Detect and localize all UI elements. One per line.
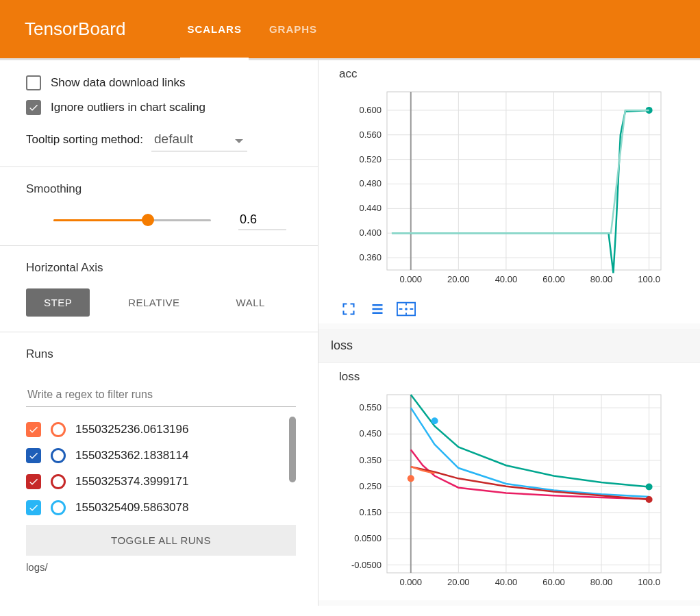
svg-text:100.0: 100.0 — [638, 577, 660, 587]
svg-text:0.360: 0.360 — [359, 252, 382, 262]
svg-text:0.250: 0.250 — [359, 481, 382, 491]
svg-text:0.400: 0.400 — [359, 227, 382, 238]
tooltip-sort-select[interactable]: default — [151, 127, 247, 151]
svg-text:0.000: 0.000 — [400, 577, 423, 587]
run-name: 1550325374.3999171 — [75, 475, 188, 489]
svg-text:80.00: 80.00 — [590, 274, 613, 284]
tab-graphs[interactable]: GRAPHS — [269, 0, 317, 58]
svg-text:40.00: 40.00 — [495, 274, 518, 284]
run-name: 1550325362.1838114 — [75, 449, 188, 463]
run-row: 1550325236.0613196 — [26, 417, 296, 443]
run-row: 1550325362.1838114 — [26, 443, 296, 469]
app-header: TensorBoard SCALARS GRAPHS — [0, 0, 700, 60]
run-checkbox[interactable] — [26, 474, 41, 489]
svg-text:0.440: 0.440 — [359, 203, 382, 213]
run-color-circle[interactable] — [51, 448, 66, 463]
smoothing-label: Smoothing — [26, 182, 292, 196]
app-title: TensorBoard — [25, 19, 125, 40]
run-color-circle[interactable] — [51, 422, 66, 437]
svg-text:0.560: 0.560 — [359, 130, 382, 140]
run-checkbox[interactable] — [26, 448, 41, 463]
svg-rect-0 — [387, 92, 661, 270]
horizontal-axis-label: Horizontal Axis — [26, 261, 292, 275]
fit-icon[interactable] — [397, 301, 416, 317]
content: acc 0.3600.4000.4400.4800.5200.5600.6000… — [318, 60, 700, 606]
run-color-circle[interactable] — [51, 500, 66, 515]
svg-point-62 — [408, 475, 414, 482]
toggle-all-runs-button[interactable]: TOGGLE ALL RUNS — [26, 525, 296, 556]
svg-text:0.0500: 0.0500 — [354, 533, 382, 543]
chart-loss[interactable]: -0.05000.05000.1500.2500.3500.4500.5500.… — [339, 388, 668, 593]
section-loss-header[interactable]: loss — [318, 329, 700, 363]
run-row: 1550325374.3999171 — [26, 469, 296, 495]
svg-text:60.00: 60.00 — [542, 577, 565, 587]
svg-text:80.00: 80.00 — [590, 577, 613, 587]
run-name: 1550325409.5863078 — [75, 501, 188, 515]
svg-point-61 — [646, 496, 653, 503]
svg-text:40.00: 40.00 — [495, 577, 518, 587]
logs-path: logs/ — [26, 561, 296, 573]
svg-text:0.450: 0.450 — [359, 428, 382, 439]
svg-text:20.00: 20.00 — [447, 577, 470, 587]
ignore-outliers-label: Ignore outliers in chart scaling — [51, 101, 205, 114]
fullscreen-icon[interactable] — [339, 301, 358, 317]
haxis-relative[interactable]: RELATIVE — [110, 288, 197, 317]
download-links-checkbox[interactable] — [26, 75, 41, 90]
svg-point-30 — [405, 308, 408, 310]
svg-text:0.150: 0.150 — [359, 507, 382, 517]
smoothing-input[interactable] — [238, 210, 286, 230]
haxis-wall[interactable]: WALL — [218, 288, 283, 317]
svg-text:0.350: 0.350 — [359, 455, 382, 465]
run-row: 1550325409.5863078 — [26, 495, 296, 521]
svg-point-59 — [646, 484, 653, 491]
runs-filter-input[interactable] — [26, 383, 296, 407]
download-links-label: Show data download links — [51, 76, 186, 90]
chart-acc[interactable]: 0.3600.4000.4400.4800.5200.5600.6000.000… — [339, 85, 668, 291]
run-checkbox[interactable] — [26, 500, 41, 515]
svg-text:0.520: 0.520 — [359, 154, 382, 164]
runs-scrollbar[interactable] — [289, 417, 296, 482]
svg-text:-0.0500: -0.0500 — [351, 560, 382, 570]
svg-point-60 — [432, 417, 438, 424]
chart-title-loss: loss — [339, 370, 688, 384]
sidebar: Show data download links Ignore outliers… — [0, 60, 318, 606]
nav-tabs: SCALARS GRAPHS — [187, 0, 317, 58]
svg-text:0.480: 0.480 — [359, 178, 382, 188]
run-checkbox[interactable] — [26, 422, 41, 437]
chart-title-acc: acc — [339, 67, 688, 81]
svg-text:0.600: 0.600 — [359, 105, 382, 115]
svg-text:60.00: 60.00 — [542, 274, 565, 284]
svg-text:20.00: 20.00 — [447, 274, 470, 284]
list-icon[interactable] — [368, 301, 387, 317]
svg-text:0.550: 0.550 — [359, 402, 382, 412]
tooltip-sort-label: Tooltip sorting method: — [26, 133, 143, 147]
tab-scalars[interactable]: SCALARS — [187, 0, 242, 58]
run-name: 1550325236.0613196 — [75, 423, 188, 436]
run-color-circle[interactable] — [51, 474, 66, 489]
svg-text:100.0: 100.0 — [638, 274, 660, 284]
ignore-outliers-checkbox[interactable] — [26, 100, 41, 115]
haxis-step[interactable]: STEP — [26, 288, 90, 317]
runs-label: Runs — [26, 347, 296, 361]
svg-text:0.000: 0.000 — [400, 274, 423, 284]
smoothing-slider[interactable] — [53, 213, 211, 227]
